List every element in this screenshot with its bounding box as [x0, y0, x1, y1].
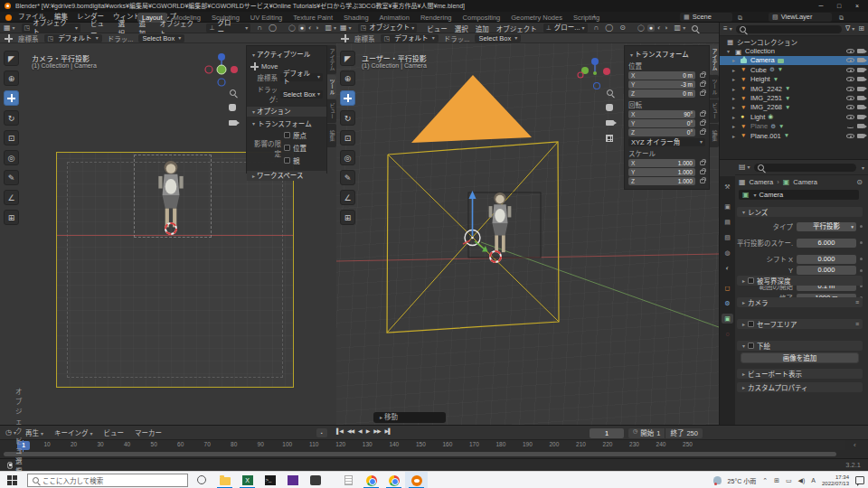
lock-icon[interactable] — [700, 170, 705, 174]
move-tool[interactable] — [4, 90, 19, 106]
scale-value-field[interactable]: X1.000 — [628, 159, 695, 167]
view-layer-selector[interactable]: ▧ViewLayer — [769, 13, 832, 22]
lock-icon[interactable] — [700, 112, 705, 117]
annotate-tool[interactable]: ✎ — [340, 170, 355, 185]
options-panel-header[interactable]: ▾ オプション — [247, 107, 326, 117]
workspace-tab-texture-paint[interactable]: Texture Paint — [288, 13, 337, 23]
tray-chevron-icon[interactable]: ⌃ — [762, 477, 768, 484]
hide-viewport-toggle[interactable] — [846, 87, 854, 91]
workspace-tab-geometry-nodes[interactable]: Geometry Nodes — [506, 13, 567, 23]
disclosure-icon[interactable]: ▸ — [732, 123, 738, 129]
tab-modifiers-icon[interactable]: ⚙ — [722, 298, 733, 308]
transform-tool[interactable]: ◎ — [340, 150, 355, 165]
clock[interactable]: 17:342022/07/13 — [822, 474, 849, 487]
playback-next-keyframe[interactable]: ▶▶ — [373, 427, 380, 434]
sidebar-tab--[interactable]: ツール — [327, 75, 336, 99]
snap-magnet-icon[interactable]: ∩ — [257, 24, 262, 32]
rotation-value-field[interactable]: Y0° — [628, 119, 695, 127]
disable-render-toggle[interactable] — [857, 58, 864, 62]
rotate-tool[interactable]: ↻ — [4, 110, 19, 126]
overlays-icon[interactable]: ▥▾ — [325, 24, 336, 32]
outliner-search-input[interactable] — [736, 25, 842, 33]
move-tool[interactable] — [340, 90, 355, 106]
editor-type-icon[interactable]: ▦▾ — [4, 24, 15, 32]
minimize-button[interactable]: ─ — [812, 0, 830, 12]
close-button[interactable]: × — [848, 0, 866, 12]
camera-view-icon[interactable] — [227, 117, 238, 128]
measure-tool[interactable]: ∠ — [4, 190, 19, 205]
workspace-panel-header[interactable]: ▸ ワークスペース — [247, 171, 326, 181]
tab-scene-icon[interactable]: ◍ — [722, 248, 733, 258]
workspace-tab-scripting[interactable]: Scripting — [569, 13, 604, 23]
taskbar-app-excel[interactable] — [236, 472, 259, 488]
panel-header[interactable]: ▾ トランスフォーム — [625, 46, 709, 61]
outliner-collection[interactable]: ▾ ▣ Collection — [720, 46, 868, 55]
tab-render-icon[interactable]: ▣ — [722, 202, 733, 211]
zoom-icon[interactable] — [604, 87, 615, 98]
proportional-edit-icon[interactable]: ◯ — [605, 24, 613, 32]
location-value-field[interactable]: Y-3 m — [628, 80, 695, 89]
playback-play-reverse[interactable]: ◀ — [358, 427, 362, 434]
transform-tool[interactable]: ◎ — [4, 150, 19, 165]
taskbar-app-vstudio[interactable] — [281, 472, 304, 488]
lock-icon[interactable] — [700, 91, 705, 96]
animate-dot[interactable] — [860, 269, 863, 272]
shading-wireframe-icon[interactable]: ◯ — [288, 24, 296, 32]
disclosure-icon[interactable]: ▾ — [727, 48, 732, 54]
mode-dropdown[interactable]: ◳オブジェクト▾ — [22, 23, 81, 33]
workspace-tab-compositing[interactable]: Compositing — [458, 13, 505, 23]
property-value-field[interactable]: 平行投影▾ — [797, 222, 856, 231]
property-value-field[interactable]: 0.000▾ — [797, 255, 856, 264]
disable-render-toggle[interactable] — [857, 124, 864, 128]
playback-play[interactable]: ▶ — [366, 427, 370, 434]
panel--[interactable]: ▸被写界深度≡ — [737, 276, 863, 286]
navigation-gizmo[interactable] — [203, 52, 240, 88]
rotation-mode-dropdown[interactable]: XYZ オイラー角▾ — [628, 138, 705, 146]
active-tool-icon[interactable] — [5, 34, 13, 42]
playback-jump-to-end[interactable]: ▶▌ — [385, 427, 392, 434]
drag-dropdown[interactable]: Select Box▾ — [475, 34, 521, 42]
location-value-field[interactable]: X0 m — [628, 71, 695, 80]
taskbar-app-notepad[interactable] — [337, 472, 360, 488]
lock-icon[interactable] — [700, 161, 705, 165]
hide-viewport-toggle[interactable] — [846, 115, 854, 119]
camera-view-icon[interactable] — [604, 117, 615, 128]
disclosure-icon[interactable]: ▸ — [732, 104, 738, 110]
outliner-item-img-2268[interactable]: ▸ IMG_2268 ⚙ — [720, 103, 868, 112]
orientation-dropdown[interactable]: ⊥グロー...▾ — [543, 23, 588, 33]
shading-rendered-icon[interactable]: ◑ — [315, 24, 318, 32]
pan-hand-icon[interactable] — [227, 102, 238, 113]
proportional-edit-icon[interactable]: ◯ — [269, 24, 277, 32]
panel-underlay[interactable]: ▾下絵 — [737, 341, 863, 351]
outliner-item-img-2251[interactable]: ▸ IMG_2251 ⚙ — [720, 93, 868, 102]
hide-viewport-toggle[interactable] — [846, 105, 854, 109]
timeline-menu--[interactable]: 再生▾ — [25, 427, 43, 437]
panel--[interactable]: ▸ビューポート表示 — [737, 369, 863, 379]
taskbar-app-folder[interactable] — [213, 472, 236, 488]
workspace-tab-shading[interactable]: Shading — [339, 13, 373, 23]
taskbar-app-app-dark[interactable] — [304, 472, 326, 488]
hide-viewport-toggle[interactable] — [846, 124, 854, 128]
workspace-tab-rendering[interactable]: Rendering — [416, 13, 457, 23]
end-frame-field[interactable]: 終了250 — [665, 428, 703, 438]
workspace-tab-animation[interactable]: Animation — [375, 13, 414, 23]
disclosure-icon[interactable]: ▸ — [732, 57, 738, 63]
timeline-scrollbar[interactable] — [4, 452, 836, 456]
disable-render-toggle[interactable] — [857, 115, 864, 119]
timeline-menu--[interactable]: ビュー▾ — [104, 427, 125, 437]
viewport-camera[interactable]: カメラ・平行投影 (1) Collection | Camera ◤ ⊕ ↻ ⊡… — [0, 43, 336, 425]
limit-option-checkbox[interactable]: 原点 — [284, 130, 307, 140]
pivot-point-icon[interactable]: ⊙ — [619, 24, 626, 32]
taskbar-search-input[interactable]: ここに入力して検索 — [27, 474, 188, 487]
sidebar-tab--[interactable]: 編集 — [710, 124, 719, 147]
property-value-field[interactable]: 0.000▾ — [797, 266, 856, 275]
lock-icon[interactable] — [700, 130, 705, 135]
animate-dot[interactable] — [860, 241, 863, 244]
outliner-item-height[interactable]: ▸ Height ⚙ — [720, 75, 868, 84]
editor-type-icon[interactable]: ▦▾ — [340, 24, 352, 32]
stop-button[interactable]: ▪ — [316, 428, 327, 437]
pin-icon[interactable]: ⊙ — [856, 179, 863, 186]
outliner-scene-collection[interactable]: ▦ シーンコレクション — [720, 37, 868, 46]
select-box-tool[interactable]: ◤ — [340, 51, 355, 66]
pan-hand-icon[interactable] — [604, 102, 615, 113]
